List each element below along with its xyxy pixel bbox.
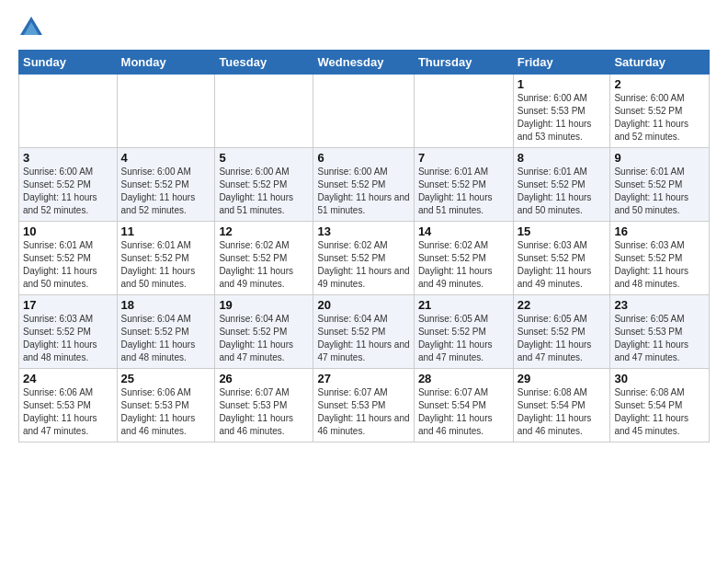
calendar-cell: 30Sunrise: 6:08 AM Sunset: 5:54 PM Dayli…: [610, 369, 710, 442]
day-info: Sunrise: 6:01 AM Sunset: 5:52 PM Dayligh…: [23, 239, 113, 291]
day-number: 2: [614, 77, 705, 91]
calendar-cell: 27Sunrise: 6:07 AM Sunset: 5:53 PM Dayli…: [313, 369, 414, 442]
day-info: Sunrise: 6:04 AM Sunset: 5:52 PM Dayligh…: [121, 313, 211, 364]
day-number: 16: [614, 224, 705, 238]
day-info: Sunrise: 6:08 AM Sunset: 5:54 PM Dayligh…: [518, 386, 607, 438]
calendar-cell: 29Sunrise: 6:08 AM Sunset: 5:54 PM Dayli…: [513, 369, 610, 442]
day-info: Sunrise: 6:05 AM Sunset: 5:52 PM Dayligh…: [418, 313, 509, 364]
calendar-cell: 1Sunrise: 6:00 AM Sunset: 5:53 PM Daylig…: [513, 75, 610, 148]
day-number: 6: [317, 151, 409, 165]
calendar-cell: 17Sunrise: 6:03 AM Sunset: 5:52 PM Dayli…: [19, 295, 118, 369]
calendar-cell: 4Sunrise: 6:00 AM Sunset: 5:52 PM Daylig…: [117, 148, 215, 222]
calendar-cell: 16Sunrise: 6:03 AM Sunset: 5:52 PM Dayli…: [610, 222, 710, 295]
calendar-cell: 18Sunrise: 6:04 AM Sunset: 5:52 PM Dayli…: [117, 295, 215, 369]
day-number: 7: [418, 151, 509, 165]
day-info: Sunrise: 6:02 AM Sunset: 5:52 PM Dayligh…: [317, 239, 409, 291]
weekday-header-saturday: Saturday: [610, 51, 710, 75]
calendar-cell: 19Sunrise: 6:04 AM Sunset: 5:52 PM Dayli…: [215, 295, 313, 369]
calendar-header: SundayMondayTuesdayWednesdayThursdayFrid…: [19, 51, 710, 75]
calendar-cell: 28Sunrise: 6:07 AM Sunset: 5:54 PM Dayli…: [414, 369, 513, 442]
calendar-cell: 5Sunrise: 6:00 AM Sunset: 5:52 PM Daylig…: [215, 148, 313, 222]
calendar-cell: 13Sunrise: 6:02 AM Sunset: 5:52 PM Dayli…: [313, 222, 414, 295]
day-info: Sunrise: 6:00 AM Sunset: 5:53 PM Dayligh…: [518, 92, 607, 144]
calendar-cell: 21Sunrise: 6:05 AM Sunset: 5:52 PM Dayli…: [414, 295, 513, 369]
day-info: Sunrise: 6:02 AM Sunset: 5:52 PM Dayligh…: [418, 239, 509, 291]
day-info: Sunrise: 6:01 AM Sunset: 5:52 PM Dayligh…: [121, 239, 211, 291]
day-info: Sunrise: 6:03 AM Sunset: 5:52 PM Dayligh…: [518, 239, 607, 291]
day-number: 8: [518, 151, 607, 165]
calendar-cell: [414, 75, 513, 148]
calendar-body: 1Sunrise: 6:00 AM Sunset: 5:53 PM Daylig…: [19, 75, 710, 442]
calendar-cell: 15Sunrise: 6:03 AM Sunset: 5:52 PM Dayli…: [513, 222, 610, 295]
day-number: 13: [317, 224, 409, 238]
calendar-cell: 3Sunrise: 6:00 AM Sunset: 5:52 PM Daylig…: [19, 148, 118, 222]
calendar-cell: 23Sunrise: 6:05 AM Sunset: 5:53 PM Dayli…: [610, 295, 710, 369]
day-number: 11: [121, 224, 211, 238]
calendar-week-5: 24Sunrise: 6:06 AM Sunset: 5:53 PM Dayli…: [19, 369, 710, 442]
day-info: Sunrise: 6:01 AM Sunset: 5:52 PM Dayligh…: [614, 166, 705, 217]
day-info: Sunrise: 6:05 AM Sunset: 5:52 PM Dayligh…: [518, 313, 607, 364]
calendar-week-3: 10Sunrise: 6:01 AM Sunset: 5:52 PM Dayli…: [19, 222, 710, 295]
day-number: 17: [23, 298, 113, 312]
day-number: 23: [614, 298, 705, 312]
day-number: 24: [23, 372, 113, 385]
day-info: Sunrise: 6:04 AM Sunset: 5:52 PM Dayligh…: [219, 313, 309, 364]
page: SundayMondayTuesdayWednesdayThursdayFrid…: [0, 0, 728, 457]
calendar-week-2: 3Sunrise: 6:00 AM Sunset: 5:52 PM Daylig…: [19, 148, 710, 222]
day-number: 21: [418, 298, 509, 312]
weekday-header-monday: Monday: [117, 51, 215, 75]
day-number: 18: [121, 298, 211, 312]
calendar-cell: 24Sunrise: 6:06 AM Sunset: 5:53 PM Dayli…: [19, 369, 118, 442]
calendar-cell: 2Sunrise: 6:00 AM Sunset: 5:52 PM Daylig…: [610, 75, 710, 148]
calendar-cell: 20Sunrise: 6:04 AM Sunset: 5:52 PM Dayli…: [313, 295, 414, 369]
weekday-header-friday: Friday: [513, 51, 610, 75]
calendar-cell: 22Sunrise: 6:05 AM Sunset: 5:52 PM Dayli…: [513, 295, 610, 369]
logo: [18, 15, 46, 40]
day-info: Sunrise: 6:00 AM Sunset: 5:52 PM Dayligh…: [219, 166, 309, 217]
day-number: 19: [219, 298, 309, 312]
calendar-cell: [117, 75, 215, 148]
day-info: Sunrise: 6:00 AM Sunset: 5:52 PM Dayligh…: [317, 166, 409, 217]
day-number: 20: [317, 298, 409, 312]
day-info: Sunrise: 6:03 AM Sunset: 5:52 PM Dayligh…: [23, 313, 113, 364]
day-number: 12: [219, 224, 309, 238]
day-info: Sunrise: 6:04 AM Sunset: 5:52 PM Dayligh…: [317, 313, 409, 364]
weekday-header-thursday: Thursday: [414, 51, 513, 75]
calendar-cell: 14Sunrise: 6:02 AM Sunset: 5:52 PM Dayli…: [414, 222, 513, 295]
calendar-cell: 7Sunrise: 6:01 AM Sunset: 5:52 PM Daylig…: [414, 148, 513, 222]
calendar-cell: 12Sunrise: 6:02 AM Sunset: 5:52 PM Dayli…: [215, 222, 313, 295]
day-info: Sunrise: 6:06 AM Sunset: 5:53 PM Dayligh…: [23, 386, 113, 438]
calendar-cell: [19, 75, 118, 148]
day-number: 28: [418, 372, 509, 385]
day-number: 4: [121, 151, 211, 165]
day-number: 25: [121, 372, 211, 385]
day-info: Sunrise: 6:05 AM Sunset: 5:53 PM Dayligh…: [614, 313, 705, 364]
calendar-cell: [313, 75, 414, 148]
calendar-cell: 26Sunrise: 6:07 AM Sunset: 5:53 PM Dayli…: [215, 369, 313, 442]
day-number: 27: [317, 372, 409, 385]
day-info: Sunrise: 6:02 AM Sunset: 5:52 PM Dayligh…: [219, 239, 309, 291]
day-number: 30: [614, 372, 705, 385]
day-info: Sunrise: 6:07 AM Sunset: 5:54 PM Dayligh…: [418, 386, 509, 438]
day-info: Sunrise: 6:01 AM Sunset: 5:52 PM Dayligh…: [418, 166, 509, 217]
calendar-week-4: 17Sunrise: 6:03 AM Sunset: 5:52 PM Dayli…: [19, 295, 710, 369]
weekday-row: SundayMondayTuesdayWednesdayThursdayFrid…: [19, 51, 710, 75]
day-number: 15: [518, 224, 607, 238]
day-number: 26: [219, 372, 309, 385]
weekday-header-wednesday: Wednesday: [313, 51, 414, 75]
day-number: 1: [518, 77, 607, 91]
day-info: Sunrise: 6:01 AM Sunset: 5:52 PM Dayligh…: [518, 166, 607, 217]
calendar-cell: 8Sunrise: 6:01 AM Sunset: 5:52 PM Daylig…: [513, 148, 610, 222]
day-info: Sunrise: 6:00 AM Sunset: 5:52 PM Dayligh…: [121, 166, 211, 217]
day-info: Sunrise: 6:08 AM Sunset: 5:54 PM Dayligh…: [614, 386, 705, 438]
day-number: 14: [418, 224, 509, 238]
day-info: Sunrise: 6:00 AM Sunset: 5:52 PM Dayligh…: [614, 92, 705, 144]
calendar-week-1: 1Sunrise: 6:00 AM Sunset: 5:53 PM Daylig…: [19, 75, 710, 148]
weekday-header-tuesday: Tuesday: [215, 51, 313, 75]
calendar-cell: [215, 75, 313, 148]
calendar-cell: 11Sunrise: 6:01 AM Sunset: 5:52 PM Dayli…: [117, 222, 215, 295]
day-number: 9: [614, 151, 705, 165]
day-info: Sunrise: 6:03 AM Sunset: 5:52 PM Dayligh…: [614, 239, 705, 291]
calendar-cell: 6Sunrise: 6:00 AM Sunset: 5:52 PM Daylig…: [313, 148, 414, 222]
day-number: 22: [518, 298, 607, 312]
